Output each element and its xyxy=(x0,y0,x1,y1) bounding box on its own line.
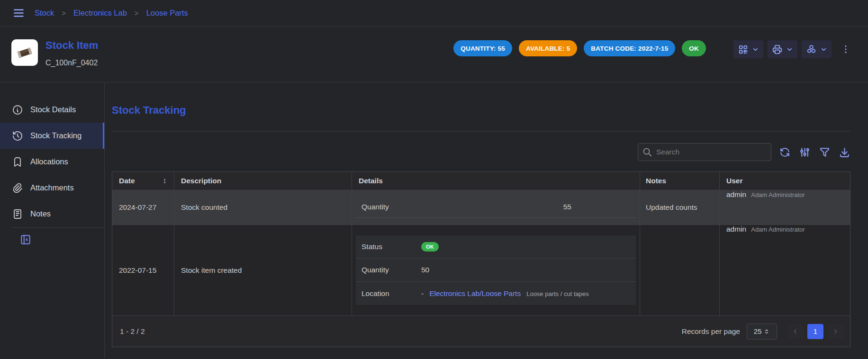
record-range: 1 - 2 / 2 xyxy=(120,327,145,336)
part-thumbnail[interactable] xyxy=(11,39,38,66)
sidebar-item-attachments[interactable]: Attachments xyxy=(0,175,104,201)
more-options-icon[interactable] xyxy=(841,44,851,54)
sidebar-collapse-icon[interactable] xyxy=(19,233,104,246)
row-date: 2022-07-15 xyxy=(112,225,174,315)
username: admin xyxy=(726,225,746,233)
adjustments-icon[interactable] xyxy=(799,146,811,158)
column-header-user: User xyxy=(720,172,850,190)
detail-location-row: Location - Electronics Lab/Loose Parts L… xyxy=(356,282,636,305)
records-per-page-label: Records per page xyxy=(682,327,740,336)
batch-code-badge: BATCH CODE: 2022-7-15 xyxy=(584,40,675,56)
sidebar-item-label: Stock Details xyxy=(30,105,76,114)
column-header-notes: Notes xyxy=(640,172,720,190)
user-display-name: Adam Administrator xyxy=(751,191,805,198)
sidebar-item-label: Stock Tracking xyxy=(30,131,81,140)
row-description: Stock counted xyxy=(174,190,352,224)
panel-divider xyxy=(112,131,850,132)
status-ok-chip: OK xyxy=(421,242,439,251)
breadcrumb-separator: > xyxy=(135,9,139,17)
status-ok-badge: OK xyxy=(682,40,706,56)
table-row: 2024-07-27 Stock counted Quantity 55 Upd… xyxy=(112,190,850,224)
column-header-date[interactable]: Date xyxy=(112,172,174,190)
sort-icon xyxy=(161,178,168,185)
capacitor-image xyxy=(13,41,36,64)
column-label: Notes xyxy=(646,177,666,185)
sidebar: Stock Details Stock Tracking Allocations… xyxy=(0,82,105,359)
detail-label: Quantity xyxy=(356,266,421,274)
column-header-details: Details xyxy=(352,172,640,190)
top-navbar: Stock > Electronics Lab > Loose Parts xyxy=(0,0,868,27)
column-label: Description xyxy=(181,177,221,185)
barcode-actions-button[interactable] xyxy=(733,40,763,58)
row-notes xyxy=(640,225,720,315)
row-user: admin Adam Administrator xyxy=(720,225,850,315)
stock-tracking-table: Date Description Details Notes User 2024… xyxy=(112,171,850,347)
pagination: 1 xyxy=(787,324,843,339)
selector-icon xyxy=(763,328,770,335)
row-date: 2024-07-27 xyxy=(112,190,174,224)
detail-status-row: Status OK xyxy=(356,235,636,259)
status-badges: QUANTITY: 55 AVAILABLE: 5 BATCH CODE: 20… xyxy=(453,40,706,56)
sidebar-item-stock-tracking[interactable]: Stock Tracking xyxy=(0,123,104,149)
page-1-button[interactable]: 1 xyxy=(807,324,823,339)
location-link[interactable]: Electronics Lab/Loose Parts xyxy=(429,289,521,298)
header-actions xyxy=(733,40,851,58)
column-header-description: Description xyxy=(174,172,352,190)
column-label: User xyxy=(726,177,742,185)
row-description: Stock item created xyxy=(174,225,352,315)
next-page-icon[interactable] xyxy=(827,324,843,339)
sidebar-item-stock-details[interactable]: Stock Details xyxy=(0,97,104,123)
table-footer: 1 - 2 / 2 Records per page 25 1 xyxy=(112,315,850,347)
chevron-down-icon xyxy=(820,46,827,53)
user-display-name: Adam Administrator xyxy=(751,226,805,233)
refresh-icon[interactable] xyxy=(779,146,791,158)
page-title: Stock Item xyxy=(45,39,98,52)
search-input[interactable] xyxy=(638,143,771,161)
sidebar-item-allocations[interactable]: Allocations xyxy=(0,149,104,175)
column-label: Details xyxy=(359,177,383,185)
printing-actions-button[interactable] xyxy=(768,40,797,58)
table-header-row: Date Description Details Notes User xyxy=(112,172,850,190)
location-description: Loose parts / cut tapes xyxy=(526,290,589,297)
filter-icon[interactable] xyxy=(819,146,831,158)
breadcrumb-loose-parts[interactable]: Loose Parts xyxy=(146,9,188,18)
page-size-value: 25 xyxy=(754,327,762,335)
detail-label: Status xyxy=(356,242,421,251)
chevron-down-icon xyxy=(752,46,759,53)
available-badge: AVAILABLE: 5 xyxy=(519,40,577,56)
location-prefix: - xyxy=(421,289,424,298)
panel-title: Stock Tracking xyxy=(112,103,850,117)
paperclip-icon xyxy=(12,182,23,194)
chevron-down-icon xyxy=(786,46,793,53)
table-toolbar xyxy=(112,143,850,161)
sidebar-item-notes[interactable]: Notes xyxy=(0,201,104,227)
menu-icon[interactable] xyxy=(12,7,25,19)
detail-quantity-row: Quantity 50 xyxy=(356,259,636,282)
part-name: C_100nF_0402 xyxy=(45,59,98,67)
row-details: Quantity 55 xyxy=(352,190,640,224)
page-size-select[interactable]: 25 xyxy=(747,323,777,340)
previous-page-icon[interactable] xyxy=(787,324,804,339)
main-panel: Stock Tracking Date xyxy=(105,82,868,359)
history-icon xyxy=(12,130,23,142)
breadcrumb-electronics-lab[interactable]: Electronics Lab xyxy=(73,9,127,18)
download-icon[interactable] xyxy=(839,146,850,158)
printer-icon xyxy=(772,44,783,55)
table-row: 2022-07-15 Stock item created Status OK … xyxy=(112,224,850,315)
stock-operations-button[interactable] xyxy=(802,40,832,58)
row-user: admin Adam Administrator xyxy=(720,190,850,224)
breadcrumb-stock[interactable]: Stock xyxy=(35,9,54,18)
column-label: Date xyxy=(119,177,135,185)
qrcode-icon xyxy=(738,44,749,55)
detail-quantity-row: Quantity 55 xyxy=(356,196,636,218)
page-header: Stock Item C_100nF_0402 QUANTITY: 55 AVA… xyxy=(0,27,868,82)
breadcrumb-separator: > xyxy=(62,9,66,17)
notes-icon xyxy=(12,208,23,220)
cubes-icon xyxy=(806,44,817,55)
row-details: Status OK Quantity 50 Location - xyxy=(352,225,640,315)
sidebar-item-label: Attachments xyxy=(30,183,74,192)
stock-item-page: Stock > Electronics Lab > Loose Parts St… xyxy=(0,0,868,359)
detail-label: Location xyxy=(356,289,421,298)
sidebar-item-label: Notes xyxy=(30,209,51,218)
detail-label: Quantity xyxy=(356,203,499,211)
